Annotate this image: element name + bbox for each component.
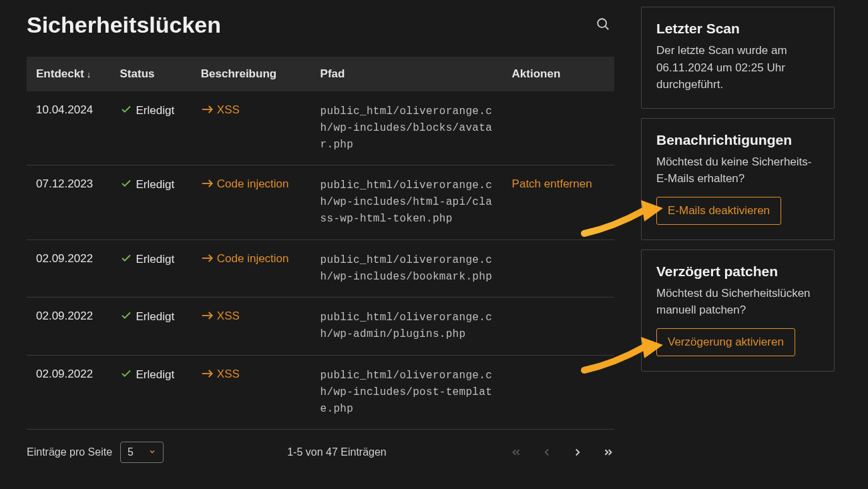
arrow-right-icon	[201, 310, 214, 324]
cell-date: 02.09.2022	[27, 239, 112, 298]
chevrons-left-icon	[510, 446, 522, 458]
cell-status: Erledigt	[112, 165, 193, 239]
cell-description: XSS	[193, 355, 312, 429]
status-text: Erledigt	[136, 104, 175, 117]
description-link[interactable]: XSS	[217, 368, 240, 380]
pager-last[interactable]	[602, 446, 614, 458]
col-discovered[interactable]: Entdeckt↓	[27, 57, 112, 91]
arrow-right-icon	[201, 368, 214, 382]
chevron-left-icon	[541, 446, 553, 458]
col-status[interactable]: Status	[112, 57, 193, 91]
notifications-text: Möchtest du keine Sicherheits-E-Mails er…	[656, 153, 819, 187]
cell-description: Code injection	[193, 239, 312, 298]
arrow-right-icon	[201, 177, 214, 191]
description-link[interactable]: XSS	[217, 310, 240, 322]
col-path[interactable]: Pfad	[312, 57, 504, 91]
cell-description: Code injection	[193, 165, 312, 239]
card-notifications: Benachrichtigungen Möchtest du keine Sic…	[641, 118, 835, 240]
pager-first[interactable]	[510, 446, 522, 458]
svg-point-0	[598, 19, 606, 27]
check-icon	[120, 310, 132, 325]
cell-description: XSS	[193, 91, 312, 165]
description-link[interactable]: Code injection	[217, 177, 289, 190]
chevron-right-icon	[572, 446, 584, 458]
card-delayed-patch: Verzögert patchen Möchtest du Sicherheit…	[641, 250, 835, 372]
check-icon	[120, 252, 132, 268]
pager-range: 1-5 von 47 Einträgen	[287, 446, 387, 458]
cell-description: XSS	[193, 298, 312, 356]
check-icon	[120, 177, 132, 193]
cell-path: public_html/oliverorange.ch/wp-includes/…	[312, 91, 504, 165]
cell-status: Erledigt	[112, 298, 193, 356]
table-row: 10.04.2024ErledigtXSSpublic_html/olivero…	[27, 91, 614, 165]
notifications-title: Benachrichtigungen	[656, 132, 819, 148]
sort-down-icon: ↓	[87, 69, 91, 79]
svg-line-1	[606, 26, 609, 29]
cell-action	[504, 355, 614, 429]
cell-action	[504, 298, 614, 356]
last-scan-text: Der letzte Scan wurde am 06.11.2024 um 0…	[656, 42, 819, 93]
arrow-right-icon	[201, 252, 214, 266]
check-icon	[120, 103, 132, 119]
cell-action	[504, 239, 614, 298]
description-link[interactable]: XSS	[217, 103, 240, 116]
last-scan-title: Letzter Scan	[656, 21, 819, 37]
per-page-label: Einträge pro Seite	[27, 446, 112, 458]
table-row: 02.09.2022ErledigtCode injectionpublic_h…	[27, 239, 614, 298]
disable-emails-button[interactable]: E-Mails deaktivieren	[656, 197, 781, 225]
cell-path: public_html/oliverorange.ch/wp-admin/plu…	[312, 298, 504, 356]
chevrons-right-icon	[602, 446, 614, 458]
delayed-title: Verzögert patchen	[656, 264, 819, 280]
search-button[interactable]	[592, 13, 614, 38]
card-last-scan: Letzter Scan Der letzte Scan wurde am 06…	[641, 7, 835, 109]
status-text: Erledigt	[136, 310, 175, 323]
status-text: Erledigt	[136, 253, 175, 266]
cell-date: 07.12.2023	[27, 165, 112, 239]
pager-next[interactable]	[572, 446, 584, 458]
action-link[interactable]: Patch entfernen	[512, 177, 592, 190]
cell-path: public_html/oliverorange.ch/wp-includes/…	[312, 355, 504, 429]
cell-date: 02.09.2022	[27, 298, 112, 356]
table-row: 02.09.2022ErledigtXSSpublic_html/olivero…	[27, 355, 614, 429]
chevron-down-icon	[148, 448, 156, 458]
table-row: 02.09.2022ErledigtXSSpublic_html/olivero…	[27, 298, 614, 356]
per-page-value: 5	[128, 446, 134, 458]
check-icon	[120, 368, 132, 383]
cell-status: Erledigt	[112, 355, 193, 429]
status-text: Erledigt	[136, 178, 175, 191]
delayed-text: Möchtest du Sicherheitslücken manuell pa…	[656, 285, 819, 319]
description-link[interactable]: Code injection	[217, 252, 289, 265]
search-icon	[596, 17, 610, 31]
col-description[interactable]: Beschreibung	[193, 57, 312, 91]
cell-action: Patch entfernen	[504, 165, 614, 239]
pager-prev[interactable]	[541, 446, 553, 458]
cell-action	[504, 91, 614, 165]
per-page-select[interactable]: 5	[120, 442, 164, 463]
cell-path: public_html/oliverorange.ch/wp-includes/…	[312, 165, 504, 239]
page-title: Sicherheitslücken	[27, 12, 221, 38]
cell-date: 10.04.2024	[27, 91, 112, 165]
col-actions: Aktionen	[504, 57, 614, 91]
status-text: Erledigt	[136, 368, 175, 381]
cell-status: Erledigt	[112, 239, 193, 298]
enable-delay-button[interactable]: Verzögerung aktivieren	[656, 328, 795, 356]
cell-date: 02.09.2022	[27, 355, 112, 429]
arrow-right-icon	[201, 103, 214, 117]
cell-path: public_html/oliverorange.ch/wp-includes/…	[312, 239, 504, 298]
vulnerabilities-table: Entdeckt↓ Status Beschreibung Pfad Aktio…	[27, 57, 614, 430]
table-row: 07.12.2023ErledigtCode injectionpublic_h…	[27, 165, 614, 239]
cell-status: Erledigt	[112, 91, 193, 165]
